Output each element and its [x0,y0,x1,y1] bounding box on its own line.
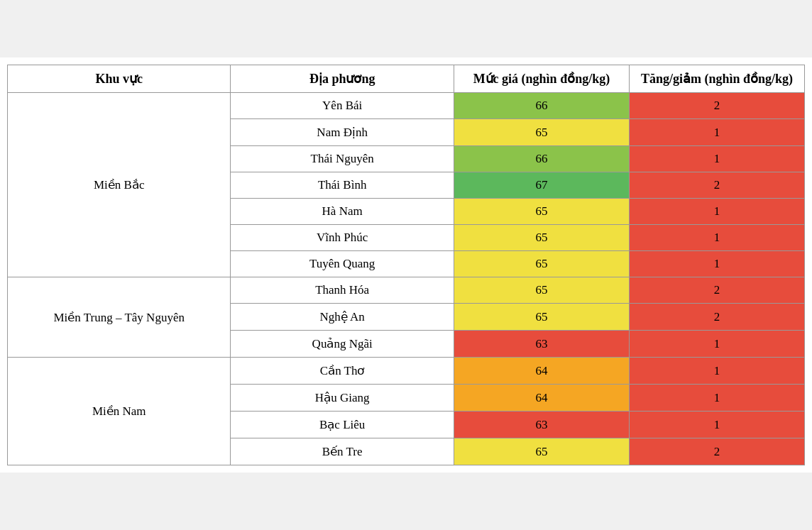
price-cell: 65 [454,304,629,331]
price-cell: 65 [454,119,629,146]
table-wrapper: Khu vực Địa phương Mức giá (nghìn đồng/k… [0,57,812,473]
change-cell: 1 [629,146,804,172]
price-cell: 66 [454,93,629,119]
change-cell: 2 [629,304,804,331]
location-cell: Hà Nam [231,199,454,225]
location-cell: Yên Bái [231,93,454,119]
price-cell: 66 [454,146,629,172]
change-cell: 2 [629,93,804,119]
price-cell: 64 [454,385,629,412]
change-cell: 1 [629,385,804,412]
price-cell: 67 [454,172,629,199]
region-cell: Miền Bắc [8,93,231,277]
change-cell: 1 [629,251,804,277]
location-cell: Thanh Hóa [231,277,454,304]
location-cell: Thái Nguyên [231,146,454,172]
table-row: Miền BắcYên Bái662 [8,93,805,119]
change-cell: 2 [629,438,804,465]
change-cell: 1 [629,331,804,358]
location-cell: Quảng Ngãi [231,331,454,358]
price-cell: 63 [454,331,629,358]
location-cell: Hậu Giang [231,385,454,412]
header-row: Khu vực Địa phương Mức giá (nghìn đồng/k… [8,65,805,93]
header-location: Địa phương [231,65,454,93]
price-table: Khu vực Địa phương Mức giá (nghìn đồng/k… [7,65,805,465]
price-cell: 65 [454,277,629,304]
location-cell: Thái Bình [231,172,454,199]
location-cell: Bạc Liêu [231,412,454,438]
price-cell: 65 [454,251,629,277]
change-cell: 1 [629,412,804,438]
location-cell: Vĩnh Phúc [231,225,454,251]
table-row: Miền Trung – Tây NguyênThanh Hóa652 [8,277,805,304]
region-cell: Miền Nam [8,358,231,465]
location-cell: Tuyên Quang [231,251,454,277]
location-cell: Nam Định [231,119,454,146]
location-cell: Cần Thơ [231,358,454,385]
location-cell: Nghệ An [231,304,454,331]
table-row: Miền NamCần Thơ641 [8,358,805,385]
region-cell: Miền Trung – Tây Nguyên [8,277,231,358]
header-change: Tăng/giảm (nghìn đồng/kg) [629,65,804,93]
change-cell: 1 [629,199,804,225]
location-cell: Bến Tre [231,438,454,465]
change-cell: 1 [629,119,804,146]
change-cell: 2 [629,172,804,199]
change-cell: 1 [629,225,804,251]
price-cell: 64 [454,358,629,385]
change-cell: 2 [629,277,804,304]
change-cell: 1 [629,358,804,385]
price-cell: 63 [454,412,629,438]
table-body: Miền BắcYên Bái662Nam Định651Thái Nguyên… [8,93,805,465]
header-price: Mức giá (nghìn đồng/kg) [454,65,629,93]
price-cell: 65 [454,225,629,251]
price-cell: 65 [454,199,629,225]
header-region: Khu vực [8,65,231,93]
price-cell: 65 [454,438,629,465]
